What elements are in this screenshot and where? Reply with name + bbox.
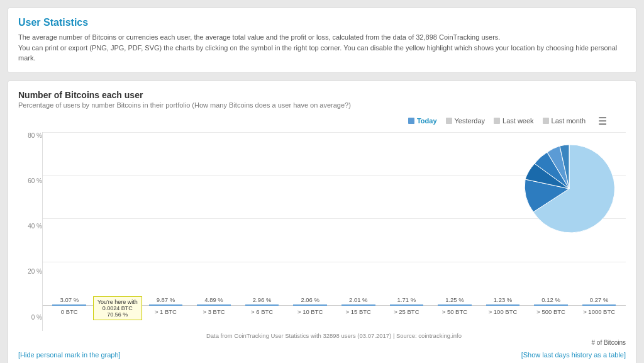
bar-group-10: 0.12 % bbox=[527, 296, 575, 306]
bar-group-4: 2.96 % bbox=[238, 296, 286, 306]
legend-last-month-dot bbox=[543, 118, 549, 124]
x-label-4: > 6 BTC bbox=[238, 306, 286, 331]
legend-last-week[interactable]: Last week bbox=[494, 117, 534, 125]
bars-and-grid: 3.07 %You're here with0.0024 BTC70.56 %7… bbox=[42, 132, 626, 331]
chart-title: Number of Bitcoins each user bbox=[18, 90, 626, 100]
tooltip-box: You're here with0.0024 BTC70.56 % bbox=[93, 296, 142, 320]
y-label-60: 60 % bbox=[18, 177, 42, 184]
legend-last-week-dot bbox=[494, 118, 500, 124]
bar-pct-label-6: 2.01 % bbox=[349, 296, 368, 303]
legend-yesterday-label: Yesterday bbox=[455, 117, 486, 125]
x-label-10: > 500 BTC bbox=[527, 306, 575, 331]
bar-pct-label-8: 1.25 % bbox=[445, 296, 464, 303]
y-label-20: 20 % bbox=[18, 268, 42, 275]
bar-11 bbox=[582, 304, 616, 306]
bar-pct-label-5: 2.06 % bbox=[301, 296, 319, 303]
bar-pct-label-9: 1.23 % bbox=[494, 296, 513, 303]
legend-today[interactable]: Today bbox=[408, 117, 437, 125]
y-label-80: 80 % bbox=[18, 132, 42, 139]
chart-subtitle: Percentage of users by number Bitcoins i… bbox=[18, 101, 626, 109]
bar-2 bbox=[149, 304, 183, 306]
bar-3 bbox=[197, 304, 231, 306]
bar-group-5: 2.06 % bbox=[286, 296, 335, 306]
x-label-0: 0 BTC bbox=[45, 306, 94, 331]
bar-5 bbox=[293, 304, 327, 306]
x-label-9: > 100 BTC bbox=[479, 306, 527, 331]
bar-pct-label-2: 9.87 % bbox=[157, 296, 175, 303]
chart-menu-icon[interactable]: ☰ bbox=[598, 115, 607, 127]
show-history-table-link[interactable]: [Show last days history as a table] bbox=[521, 351, 626, 359]
bar-0 bbox=[52, 304, 86, 306]
bar-group-8: 1.25 % bbox=[431, 296, 479, 306]
hide-personal-mark-link[interactable]: [Hide personal mark in the graph] bbox=[18, 351, 121, 359]
y-label-40: 40 % bbox=[18, 223, 42, 230]
chart-footer: Data from CoinTracking User Statistics w… bbox=[42, 332, 626, 339]
bar-group-3: 4.89 % bbox=[190, 296, 238, 306]
legend-yesterday[interactable]: Yesterday bbox=[446, 117, 486, 125]
x-axis-title: # of Bitcoins bbox=[42, 339, 626, 346]
bar-group-6: 2.01 % bbox=[334, 296, 382, 306]
x-label-3: > 3 BTC bbox=[190, 306, 238, 331]
bar-group-2: 9.87 % bbox=[142, 296, 190, 306]
x-label-7: > 25 BTC bbox=[382, 306, 431, 331]
bar-4 bbox=[245, 304, 279, 306]
chart-card: Number of Bitcoins each user Percentage … bbox=[8, 81, 636, 364]
legend-last-month[interactable]: Last month bbox=[543, 117, 586, 125]
description-line2: You can print or export (PNG, JPG, PDF, … bbox=[18, 43, 626, 64]
legend-last-month-label: Last month bbox=[552, 117, 586, 125]
bar-pct-label-3: 4.89 % bbox=[204, 296, 223, 303]
x-label-6: > 15 BTC bbox=[334, 306, 382, 331]
bar-group-7: 1.71 % bbox=[382, 296, 431, 306]
pie-chart-overlay bbox=[519, 138, 619, 239]
chart-legend: Today Yesterday Last week Last month ☰ bbox=[18, 115, 607, 127]
bar-6 bbox=[341, 304, 375, 306]
bar-7 bbox=[390, 304, 424, 306]
x-label-11: > 1000 BTC bbox=[575, 306, 623, 331]
chart-area: 80 % 60 % 40 % 20 % 0 % bbox=[18, 132, 626, 346]
bar-pct-label-4: 2.96 % bbox=[253, 296, 272, 303]
bar-pct-label-11: 0.27 % bbox=[590, 296, 609, 303]
bar-9 bbox=[486, 304, 520, 306]
bar-pct-label-0: 3.07 % bbox=[60, 296, 79, 303]
legend-last-week-label: Last week bbox=[502, 117, 534, 125]
bar-group-9: 1.23 % bbox=[479, 296, 527, 306]
bar-group-1: You're here with0.0024 BTC70.56 %70.56 % bbox=[94, 296, 142, 306]
x-label-5: > 10 BTC bbox=[286, 306, 335, 331]
page-title: User Statistics bbox=[18, 17, 626, 28]
legend-today-label: Today bbox=[417, 117, 437, 125]
bar-group-11: 0.27 % bbox=[575, 296, 623, 306]
top-info-card: User Statistics The average number of Bi… bbox=[8, 8, 636, 73]
y-axis: 80 % 60 % 40 % 20 % 0 % bbox=[18, 132, 42, 346]
description-line1: The average number of Bitcoins or curren… bbox=[18, 32, 626, 43]
bar-chart-container: 3.07 %You're here with0.0024 BTC70.56 %7… bbox=[42, 132, 626, 346]
bar-10 bbox=[534, 304, 568, 306]
bar-pct-label-10: 0.12 % bbox=[541, 296, 560, 303]
bar-pct-label-7: 1.71 % bbox=[397, 296, 416, 303]
links-row: [Hide personal mark in the graph] [Show … bbox=[18, 351, 626, 359]
bar-group-0: 3.07 % bbox=[45, 296, 94, 306]
bar-8 bbox=[438, 304, 472, 306]
x-label-2: > 1 BTC bbox=[142, 306, 190, 331]
legend-today-dot bbox=[408, 118, 414, 124]
legend-yesterday-dot bbox=[446, 118, 452, 124]
y-label-0: 0 % bbox=[18, 314, 42, 321]
x-label-8: > 50 BTC bbox=[431, 306, 479, 331]
